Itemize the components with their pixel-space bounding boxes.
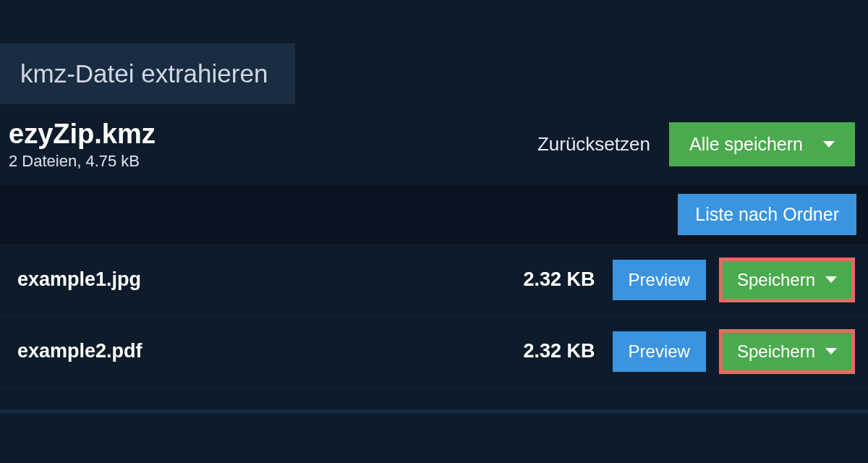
caret-down-icon bbox=[825, 348, 837, 354]
table-row: example2.pdf 2.32 KB Preview Speichern bbox=[0, 316, 868, 388]
extract-panel: kmz-Datei extrahieren ezyZip.kmz 2 Datei… bbox=[0, 0, 868, 414]
reset-button[interactable]: Zurücksetzen bbox=[537, 133, 650, 156]
preview-label: Preview bbox=[629, 341, 690, 362]
folder-view-button[interactable]: Liste nach Ordner bbox=[678, 194, 856, 235]
save-highlight: Speichern bbox=[719, 329, 855, 374]
save-all-button[interactable]: Alle speichern bbox=[669, 122, 855, 166]
file-size: 2.32 KB bbox=[524, 340, 595, 362]
archive-name: ezyZip.kmz bbox=[9, 119, 156, 150]
preview-label: Preview bbox=[629, 270, 690, 290]
file-size: 2.32 KB bbox=[524, 268, 595, 291]
header-actions: Zurücksetzen Alle speichern bbox=[537, 122, 855, 166]
folder-view-label: Liste nach Ordner bbox=[695, 204, 839, 225]
save-button[interactable]: Speichern bbox=[723, 261, 851, 299]
tab-label: kmz-Datei extrahieren bbox=[20, 59, 268, 88]
save-button[interactable]: Speichern bbox=[723, 333, 851, 370]
filename: example1.jpg bbox=[17, 268, 511, 291]
save-label: Speichern bbox=[737, 270, 815, 290]
file-header: ezyZip.kmz 2 Dateien, 4.75 kB Zurücksetz… bbox=[0, 104, 868, 185]
caret-down-icon bbox=[825, 276, 837, 283]
reset-label: Zurücksetzen bbox=[537, 133, 650, 155]
save-label: Speichern bbox=[737, 341, 815, 362]
tab-extract[interactable]: kmz-Datei extrahieren bbox=[0, 43, 295, 104]
preview-button[interactable]: Preview bbox=[613, 260, 706, 300]
caret-down-icon bbox=[823, 141, 835, 148]
preview-button[interactable]: Preview bbox=[613, 331, 706, 372]
table-header: Liste nach Ordner bbox=[0, 185, 868, 245]
save-all-label: Alle speichern bbox=[689, 134, 803, 155]
table-row: example1.jpg 2.32 KB Preview Speichern bbox=[0, 245, 868, 316]
filename: example2.pdf bbox=[17, 340, 511, 362]
file-info: ezyZip.kmz 2 Dateien, 4.75 kB bbox=[9, 119, 156, 171]
divider bbox=[0, 409, 868, 414]
save-highlight: Speichern bbox=[719, 258, 855, 302]
tab-bar: kmz-Datei extrahieren bbox=[0, 0, 868, 104]
archive-meta: 2 Dateien, 4.75 kB bbox=[9, 152, 156, 171]
